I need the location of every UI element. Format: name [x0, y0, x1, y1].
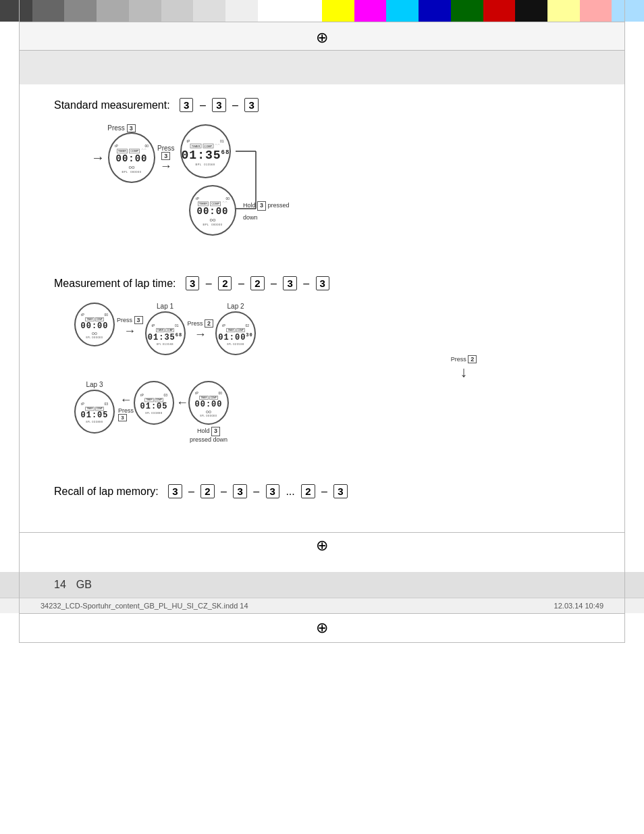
lap-watchE-display: 01:05: [135, 402, 173, 411]
std-watch1-inner: tP00 TIMER COMP ⌒⌒ 00:00 oo: [109, 142, 154, 174]
swatch-18: [547, 0, 580, 22]
std-watch2-display: 01:3568: [182, 149, 230, 163]
lap-press2-down: Press 2 ↓: [338, 355, 590, 381]
top-crosshair-row: ⊕: [19, 22, 625, 51]
std-press1-label: Press 3: [107, 124, 135, 132]
recall-title: Recall of lap memory: 3 – 2 – 3 – 3 ... …: [54, 484, 590, 498]
lap3-label: Lap 3: [86, 381, 103, 388]
std-arrow1: →: [91, 150, 105, 165]
lap-watchA-top: tP00: [76, 310, 113, 316]
lap-watchD: tP03 TIMER COMP 01:05 BPL 033898: [74, 390, 115, 434]
lap-key3: 2: [250, 276, 264, 290]
doc-filename: 34232_LCD-Sportuhr_content_GB_PL_HU_SI_C…: [41, 602, 248, 610]
std-arrow2: →: [160, 160, 172, 172]
page-footer: 14 GB: [0, 572, 644, 598]
lap-press3-row2: ← Press3: [118, 393, 134, 421]
crosshair-top: ⊕: [316, 29, 328, 47]
lap-arrow-press2-row1: Press 2 →: [188, 319, 214, 342]
lap-dash3: –: [268, 278, 280, 290]
rec-key6: 3: [333, 484, 347, 498]
lap-dash1: –: [203, 278, 215, 290]
lap-watchF-display: 00:00: [190, 400, 227, 409]
swatch-10: [290, 0, 322, 22]
swatch-20: [612, 0, 644, 22]
lap-key5: 3: [316, 276, 329, 290]
lap-watchE-item: tP03 TIMER COMP 01:05 BPL 033898: [134, 381, 174, 425]
std-watch2-item: tP01 TIMER COMP ⌒⌒ 01:3568 BPL 013568: [180, 124, 231, 178]
gray-header: [19, 51, 625, 84]
lap-dash4: –: [300, 278, 313, 290]
lap-watchC-display: 01:0030: [217, 332, 254, 342]
rec-dash1: –: [186, 486, 198, 498]
swatch-1: [0, 0, 32, 22]
std-dash1: –: [196, 99, 209, 111]
std-watch1-display: 00:00: [109, 154, 154, 164]
right-margin: [624, 0, 625, 643]
lap-time-title: Measurement of lap time: 3 – 2 – 2 – 3 –…: [54, 276, 590, 290]
std-watch3-inner: tP00 TIMER COMP ⌒⌒ 00:00 oo BPL 000000: [190, 194, 235, 226]
swatch-7: [193, 0, 225, 22]
swatch-3: [64, 0, 97, 22]
lap-watchC-item: Lap 2 tP02 TIMER COMP 01:0030: [215, 303, 256, 355]
lap-watchB-top: tP01: [146, 321, 184, 327]
std-watch1-bottom: BPL 000000: [109, 170, 154, 174]
lap-watchD-bottom: BPL 033898: [76, 420, 113, 423]
lap-watchB-bottom: BPL 013568: [146, 342, 184, 346]
swatch-8: [225, 0, 258, 22]
lap-watchC-top: tP02: [217, 321, 254, 327]
lap-time-section: Measurement of lap time: 3 – 2 – 2 – 3 –…: [54, 276, 590, 444]
page-number: 14: [54, 579, 66, 591]
main-content: Standard measurement: 3 – 3 – 3 Press 3 …: [0, 84, 644, 532]
lap-arrow-press3: Press 3 →: [117, 316, 143, 338]
recall-section: Recall of lap memory: 3 – 2 – 3 – 3 ... …: [54, 484, 590, 498]
page-wrapper: ⊕ Standard measurement: 3 – 3 – 3 Press: [0, 0, 644, 643]
lap2-label: Lap 2: [227, 303, 244, 310]
recall-title-text: Recall of lap memory:: [54, 486, 159, 498]
lap-key4: 3: [283, 276, 296, 290]
lap-key2: 2: [218, 276, 232, 290]
bottom-crosshair-row: ⊕: [19, 532, 625, 558]
swatch-12: [354, 0, 387, 22]
lap-watchC: tP02 TIMER COMP 01:0030 BPL 023598: [215, 311, 256, 355]
std-watch3-item: tP00 TIMER COMP ⌒⌒ 00:00 oo BPL 000000: [189, 185, 236, 236]
rec-dash2: –: [218, 486, 230, 498]
color-bar: [0, 0, 644, 22]
swatch-2: [32, 0, 65, 22]
swatch-11: [322, 0, 354, 22]
swatch-17: [515, 0, 547, 22]
rec-key4: 3: [266, 484, 279, 498]
lap-title-text: Measurement of lap time:: [54, 278, 176, 290]
std-dash2: –: [230, 99, 242, 111]
lap-hold-label2: Hold 3pressed down: [190, 427, 227, 444]
std-watch3-top: tP00: [190, 194, 235, 201]
swatch-16: [483, 0, 516, 22]
std-watch1: tP00 TIMER COMP ⌒⌒ 00:00 oo: [108, 132, 155, 183]
std-watch2-bottom: BPL 013568: [182, 162, 230, 165]
std-watch3-display: 00:00: [190, 207, 235, 217]
std-press2-text: Press 3: [157, 145, 175, 160]
lap1-label: Lap 1: [157, 303, 173, 310]
doc-info-bar: 34232_LCD-Sportuhr_content_GB_PL_HU_SI_C…: [0, 598, 644, 613]
lap-watchE: tP03 TIMER COMP 01:05 BPL 033898: [134, 381, 174, 425]
lap-watchD-top: tP03: [76, 400, 113, 406]
lap-watchA-inner: tP00 TIMER COMP 00:00 oo BPL 000000: [76, 310, 113, 338]
swatch-14: [419, 0, 451, 22]
standard-measurement-title: Standard measurement: 3 – 3 – 3: [54, 98, 590, 112]
std-arrow-press2: Press 3 →: [157, 145, 175, 172]
rec-key3: 3: [233, 484, 246, 498]
lap-watchA-item: tP00 TIMER COMP 00:00 oo BPL 000000: [74, 303, 115, 346]
lap-watchB-display: 01:3568: [146, 332, 184, 342]
lap-watchE-inner: tP03 TIMER COMP 01:05 BPL 033898: [135, 391, 173, 415]
swatch-9: [258, 0, 290, 22]
bottom-outer-crosshair: ⊕: [19, 613, 625, 643]
lap-left-arrow: ←: [176, 396, 188, 410]
swatch-4: [97, 0, 129, 22]
lap-watchD-inner: tP03 TIMER COMP 01:05 BPL 033898: [76, 400, 113, 423]
swatch-19: [580, 0, 612, 22]
lap-watchF-top: tP00: [190, 388, 227, 394]
rec-dash3: –: [250, 486, 263, 498]
swatch-13: [386, 0, 419, 22]
lap-key1: 3: [186, 276, 199, 290]
lap-watchA-display: 00:00: [76, 321, 113, 330]
rec-ellipsis: ...: [283, 486, 298, 498]
